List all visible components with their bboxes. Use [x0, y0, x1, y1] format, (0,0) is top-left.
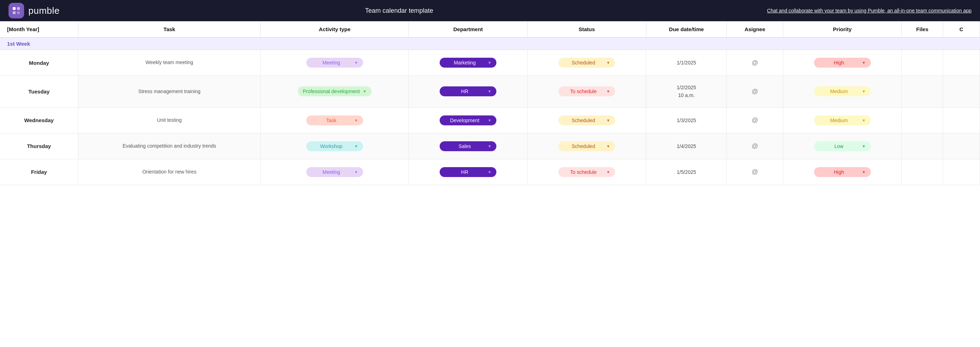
assignee-cell[interactable]: @	[727, 76, 783, 108]
col-extra: C	[943, 21, 980, 38]
status-cell[interactable]: Scheduled▼	[527, 50, 646, 76]
extra-cell	[943, 107, 980, 133]
col-month-year: [Month Year]	[0, 21, 78, 38]
activity-dropdown-arrow: ▼	[354, 170, 358, 174]
department-cell[interactable]: HR▼	[409, 76, 528, 108]
table-body: 1st WeekMondayWeekly team meetingMeeting…	[0, 38, 980, 185]
priority-cell[interactable]: Low▼	[783, 133, 902, 159]
status-pill-text: To schedule	[563, 89, 603, 94]
due-date-text: 1/4/2025	[652, 143, 721, 150]
status-dropdown-arrow: ▼	[606, 144, 610, 148]
files-cell	[902, 50, 943, 76]
col-priority: Priority	[783, 21, 902, 38]
assignee-cell[interactable]: @	[727, 159, 783, 185]
activity-type-cell[interactable]: Meeting▼	[261, 159, 409, 185]
table-row: ThursdayEvaluating competition and indus…	[0, 133, 980, 159]
svg-rect-0	[13, 7, 16, 10]
logo-area: pumble	[8, 3, 60, 18]
priority-cell[interactable]: High▼	[783, 50, 902, 76]
files-cell	[902, 133, 943, 159]
department-cell[interactable]: Development▼	[409, 107, 528, 133]
dept-pill-text: Sales	[445, 143, 485, 149]
status-cell[interactable]: To schedule▼	[527, 159, 646, 185]
svg-rect-2	[13, 11, 16, 14]
due-date-cell: 1/5/2025	[646, 159, 727, 185]
activity-type-cell[interactable]: Workshop▼	[261, 133, 409, 159]
header-title: Team calendar template	[71, 7, 727, 14]
priority-pill-text: Low	[819, 143, 859, 149]
status-dropdown-arrow: ▼	[606, 60, 610, 65]
assignee-cell[interactable]: @	[727, 50, 783, 76]
status-dropdown-arrow: ▼	[606, 170, 610, 174]
activity-pill-text: Meeting	[311, 60, 352, 65]
task-cell: Unit testing	[78, 107, 261, 133]
due-date-cell: 1/3/2025	[646, 107, 727, 133]
priority-cell[interactable]: High▼	[783, 159, 902, 185]
activity-type-cell[interactable]: Task▼	[261, 107, 409, 133]
due-date-cell: 1/2/202510 a.m.	[646, 76, 727, 108]
priority-dropdown-arrow: ▼	[862, 60, 866, 65]
assignee-at-symbol: @	[752, 117, 758, 124]
priority-cell[interactable]: Medium▼	[783, 107, 902, 133]
priority-cell[interactable]: Medium▼	[783, 76, 902, 108]
day-cell: Monday	[0, 50, 78, 76]
task-cell: Orientation for new hires	[78, 159, 261, 185]
calendar-table: [Month Year] Task Activity type Departme…	[0, 21, 980, 185]
extra-cell	[943, 50, 980, 76]
dept-dropdown-arrow: ▼	[487, 89, 492, 93]
status-cell[interactable]: Scheduled▼	[527, 133, 646, 159]
priority-dropdown-arrow: ▼	[862, 89, 866, 93]
activity-type-cell[interactable]: Professional development▼	[261, 76, 409, 108]
table-container: [Month Year] Task Activity type Departme…	[0, 21, 980, 185]
dept-dropdown-arrow: ▼	[487, 118, 492, 122]
status-cell[interactable]: To schedule▼	[527, 76, 646, 108]
priority-pill-text: Medium	[819, 89, 859, 94]
table-row: TuesdayStress management trainingProfess…	[0, 76, 980, 108]
files-cell	[902, 76, 943, 108]
department-cell[interactable]: HR▼	[409, 159, 528, 185]
activity-dropdown-arrow: ▼	[363, 89, 367, 93]
col-files: Files	[902, 21, 943, 38]
status-cell[interactable]: Scheduled▼	[527, 107, 646, 133]
extra-cell	[943, 133, 980, 159]
col-task: Task	[78, 21, 261, 38]
due-date-text: 1/1/2025	[652, 59, 721, 67]
col-due-date: Due date/time	[646, 21, 727, 38]
activity-dropdown-arrow: ▼	[354, 60, 358, 65]
activity-type-cell[interactable]: Meeting▼	[261, 50, 409, 76]
priority-dropdown-arrow: ▼	[862, 144, 866, 148]
extra-cell	[943, 76, 980, 108]
status-pill-text: Scheduled	[563, 60, 603, 65]
task-cell: Stress management training	[78, 76, 261, 108]
task-cell: Weekly team meeting	[78, 50, 261, 76]
day-cell: Tuesday	[0, 76, 78, 108]
department-cell[interactable]: Sales▼	[409, 133, 528, 159]
priority-dropdown-arrow: ▼	[862, 170, 866, 174]
priority-pill-text: High	[819, 169, 859, 175]
svg-rect-1	[17, 7, 20, 10]
due-date-cell: 1/1/2025	[646, 50, 727, 76]
assignee-at-symbol: @	[752, 59, 758, 66]
department-cell[interactable]: Marketing▼	[409, 50, 528, 76]
activity-dropdown-arrow: ▼	[354, 118, 358, 122]
files-cell	[902, 159, 943, 185]
week-label-row: 1st Week	[0, 38, 980, 50]
header-promo-link[interactable]: Chat and collaborate with your team by u…	[767, 8, 972, 13]
dept-pill-text: Marketing	[445, 60, 485, 65]
activity-pill-text: Meeting	[311, 169, 352, 175]
dept-dropdown-arrow: ▼	[487, 170, 492, 174]
assignee-cell[interactable]: @	[727, 133, 783, 159]
day-cell: Wednesday	[0, 107, 78, 133]
table-row: WednesdayUnit testingTask▼Development▼Sc…	[0, 107, 980, 133]
day-cell: Thursday	[0, 133, 78, 159]
priority-dropdown-arrow: ▼	[862, 118, 866, 122]
activity-pill-text: Task	[311, 117, 352, 123]
dept-pill-text: HR	[445, 89, 485, 94]
due-date-text: 1/2/202510 a.m.	[652, 84, 721, 100]
assignee-cell[interactable]: @	[727, 107, 783, 133]
table-row: FridayOrientation for new hiresMeeting▼H…	[0, 159, 980, 185]
status-pill-text: Scheduled	[563, 143, 603, 149]
activity-dropdown-arrow: ▼	[354, 144, 358, 148]
assignee-at-symbol: @	[752, 88, 758, 95]
status-dropdown-arrow: ▼	[606, 89, 610, 93]
